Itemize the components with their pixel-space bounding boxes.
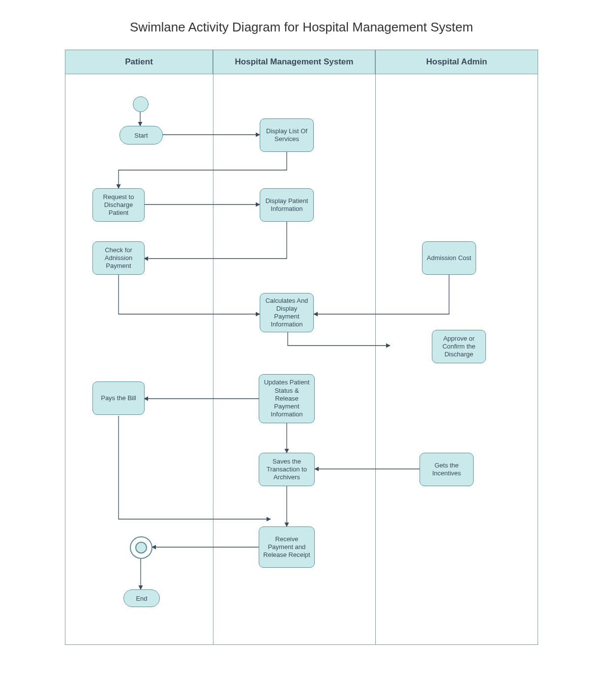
swimlane-container: Patient Hospital Management System Hospi… — [65, 50, 538, 645]
node-gets-incentives: Gets the Incentives — [420, 453, 474, 486]
end-node: End — [123, 589, 160, 607]
node-check-payment: Check for Adnission Payment — [92, 241, 145, 275]
node-receive-receipt: Receive Payment and Release Receipt — [259, 526, 315, 568]
lane-sep-1 — [213, 74, 213, 644]
node-calc-payment: Calculates And Display Payment Informati… — [260, 293, 314, 332]
node-pays-bill: Pays the Bill — [92, 381, 145, 415]
node-display-patient: Display Patient Information — [260, 188, 314, 222]
node-approve-discharge: Approve or Confirm the Discharge — [432, 330, 486, 363]
lane-header-admin: Hospital Admin — [375, 50, 538, 74]
final-node — [130, 536, 152, 559]
node-update-status: Updates Patient Status & Release Payment… — [259, 374, 315, 423]
node-request-discharge: Request to Discharge Patient — [92, 188, 145, 222]
diagram-body: Start Request to Discharge Patient Check… — [65, 74, 538, 644]
lane-sep-2 — [375, 74, 376, 644]
lane-header-hms: Hospital Management System — [213, 50, 375, 74]
node-save-txn: Saves the Transaction to Archivers — [259, 453, 315, 486]
node-admission-cost: Admission Cost — [422, 241, 476, 275]
lanes-header: Patient Hospital Management System Hospi… — [65, 50, 538, 74]
diagram-title: Swimlane Activity Diagram for Hospital M… — [0, 20, 603, 35]
initial-node — [133, 96, 149, 112]
node-display-services: Display List Of Services — [260, 118, 314, 152]
start-node: Start — [120, 126, 163, 145]
lane-header-patient: Patient — [65, 50, 213, 74]
